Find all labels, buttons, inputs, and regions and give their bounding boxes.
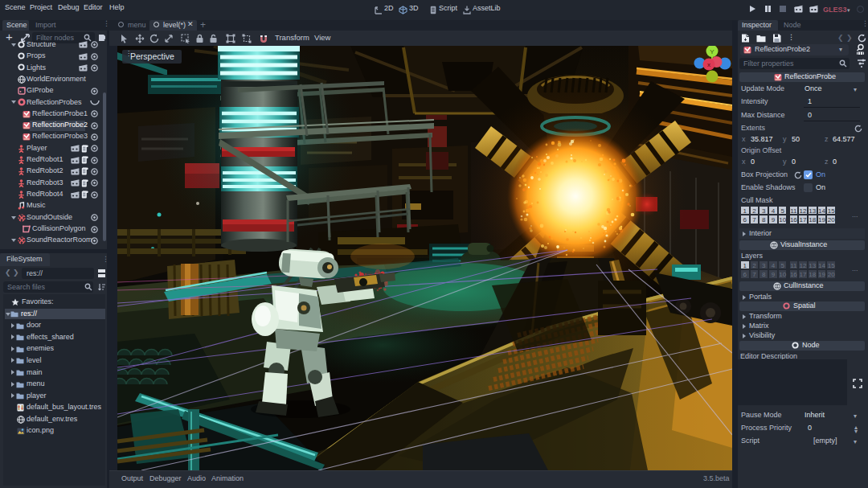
svg-text:Y: Y (710, 48, 714, 55)
svg-text:x: x (707, 61, 710, 68)
